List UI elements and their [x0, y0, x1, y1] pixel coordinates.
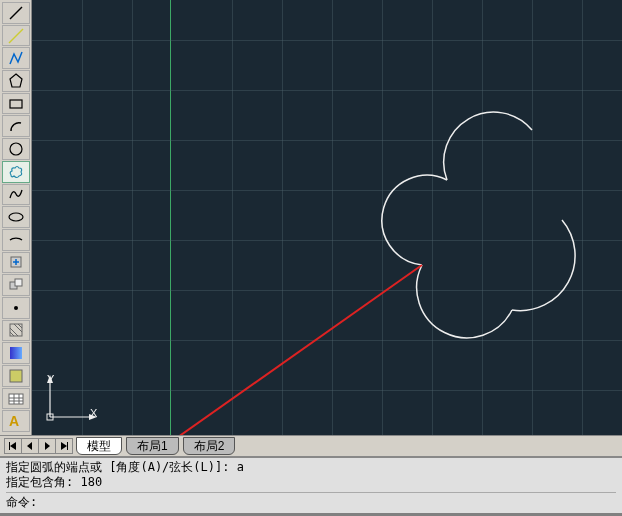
command-history-line-2: 指定包含角: 180: [6, 475, 616, 490]
tab-nav-last[interactable]: [55, 438, 73, 454]
svg-marker-34: [61, 442, 67, 450]
svg-text:A: A: [9, 413, 19, 429]
tab-nav-prev[interactable]: [21, 438, 39, 454]
ucs-icon: Y X: [42, 375, 102, 425]
svg-point-9: [14, 306, 18, 310]
svg-marker-33: [45, 442, 50, 450]
tab-nav-first[interactable]: [4, 438, 22, 454]
tool-point[interactable]: [2, 297, 30, 319]
svg-line-0: [10, 7, 22, 19]
svg-rect-8: [15, 279, 22, 286]
tool-region[interactable]: [2, 365, 30, 387]
ucs-x-label: X: [90, 407, 97, 419]
draw-toolbar: A: [0, 0, 32, 435]
ucs-y-label: Y: [47, 373, 54, 385]
tool-spline[interactable]: [2, 184, 30, 206]
command-prompt: 命令:: [6, 495, 37, 510]
svg-line-14: [18, 324, 22, 328]
svg-point-5: [9, 213, 23, 221]
tab-layout1-label: 布局1: [137, 438, 168, 455]
tool-mtext[interactable]: A: [2, 410, 30, 432]
tool-gradient[interactable]: [2, 342, 30, 364]
tool-circle[interactable]: [2, 138, 30, 160]
svg-rect-3: [10, 100, 22, 108]
svg-rect-16: [10, 370, 22, 382]
tab-model[interactable]: 模型: [76, 437, 122, 455]
arc-shape: [362, 100, 602, 380]
tool-insert-block[interactable]: [2, 252, 30, 274]
command-window: 指定圆弧的端点或 [角度(A)/弦长(L)]: a 指定包含角: 180 命令:: [0, 457, 622, 513]
tool-hatch[interactable]: [2, 320, 30, 342]
svg-line-1: [9, 29, 23, 43]
command-input[interactable]: [37, 495, 616, 510]
svg-point-4: [10, 143, 22, 155]
tool-construction-line[interactable]: [2, 25, 30, 47]
tool-polyline[interactable]: [2, 47, 30, 69]
svg-line-11: [10, 328, 18, 336]
tab-layout2[interactable]: 布局2: [183, 437, 236, 455]
tool-line[interactable]: [2, 2, 30, 24]
tab-layout1[interactable]: 布局1: [126, 437, 179, 455]
svg-rect-17: [9, 394, 23, 404]
svg-marker-2: [10, 74, 22, 87]
tool-ellipse-arc[interactable]: [2, 229, 30, 251]
tool-make-block[interactable]: [2, 274, 30, 296]
tool-revision-cloud[interactable]: [2, 161, 30, 183]
svg-rect-15: [10, 347, 22, 359]
svg-marker-32: [27, 442, 32, 450]
tab-nav-next[interactable]: [38, 438, 56, 454]
svg-marker-30: [10, 442, 16, 450]
command-history-line-1: 指定圆弧的端点或 [角度(A)/弦长(L)]: a: [6, 460, 616, 475]
svg-line-13: [14, 324, 22, 332]
layout-tabs: 模型 布局1 布局2: [0, 435, 622, 457]
tool-ellipse[interactable]: [2, 206, 30, 228]
tool-polygon[interactable]: [2, 70, 30, 92]
drawing-canvas[interactable]: Y X: [32, 0, 622, 435]
tool-table[interactable]: [2, 388, 30, 410]
tab-layout2-label: 布局2: [194, 438, 225, 455]
tool-rectangle[interactable]: [2, 93, 30, 115]
tab-model-label: 模型: [87, 438, 111, 455]
svg-line-12: [10, 332, 14, 336]
tool-arc[interactable]: [2, 115, 30, 137]
